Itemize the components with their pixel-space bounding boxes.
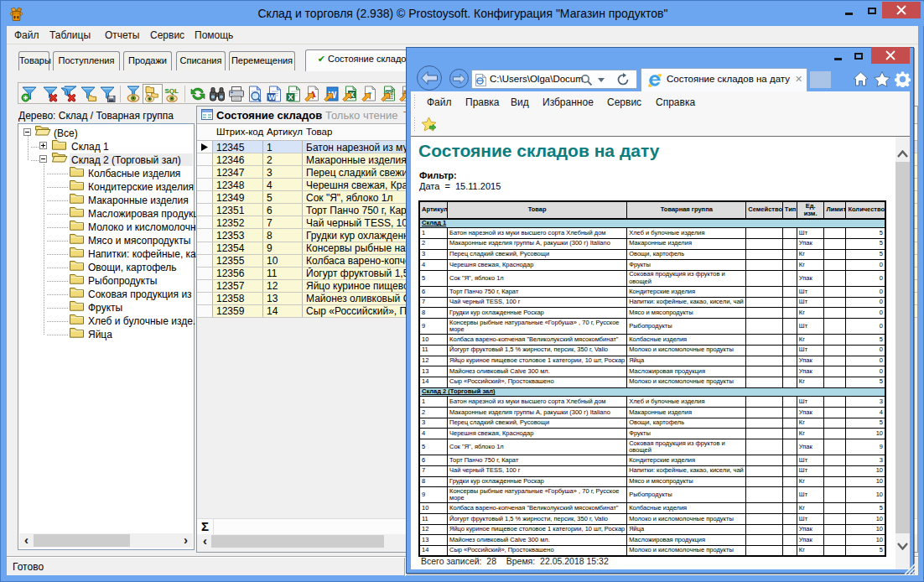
svg-text:SQL: SQL <box>165 87 179 95</box>
svg-text:W: W <box>268 93 276 101</box>
svg-text:X: X <box>288 93 293 101</box>
